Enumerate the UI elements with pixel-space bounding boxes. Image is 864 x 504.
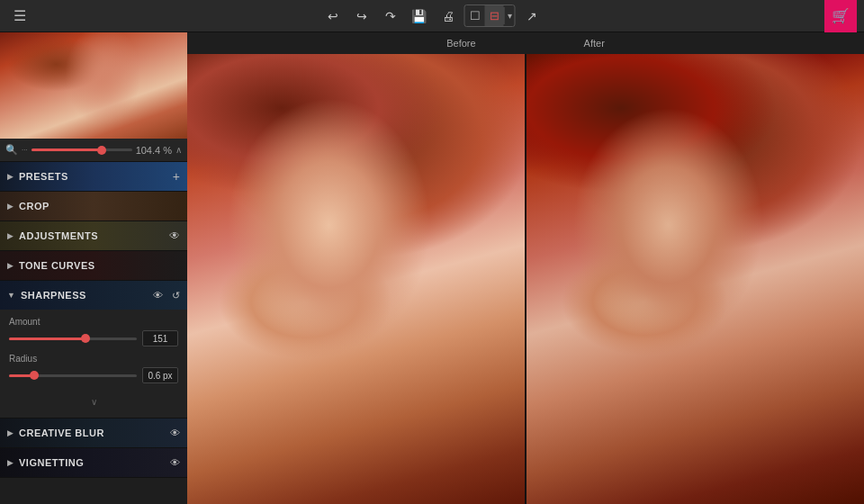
section-sharpness: ▼ SHARPNESS 👁 ↺ Amount 151 xyxy=(0,281,187,418)
creative-blur-label: CREATIVE BLUR xyxy=(19,428,104,438)
print-button[interactable]: 🖨 xyxy=(436,4,461,29)
export-button[interactable]: ↗ xyxy=(519,4,544,29)
vignetting-label: VIGNETTING xyxy=(19,457,84,468)
radius-slider-wrap: 0.6 px xyxy=(9,367,178,383)
vignetting-arrow: ▶ xyxy=(7,458,14,467)
creative-blur-arrow: ▶ xyxy=(7,428,14,437)
radius-value-box[interactable]: 0.6 px xyxy=(142,367,178,383)
tone-curves-label: TONE CURVES xyxy=(19,260,95,271)
before-image-panel xyxy=(187,54,526,504)
radius-slider[interactable] xyxy=(9,374,137,377)
vignetting-eye-icon: 👁 xyxy=(170,457,180,468)
zoom-search-icon: 🔍 xyxy=(5,144,18,156)
toolbar-right: 🛒 xyxy=(824,0,857,32)
amount-slider-row: Amount 151 xyxy=(9,317,178,346)
amount-slider-fill xyxy=(9,338,86,340)
radius-label: Radius xyxy=(9,354,178,364)
after-photo xyxy=(526,54,864,504)
zoom-slider-thumb xyxy=(97,146,106,155)
sharpness-header-content: ▼ SHARPNESS 👁 ↺ xyxy=(7,290,180,302)
zoom-slider[interactable] xyxy=(32,148,132,151)
cart-button[interactable]: 🛒 xyxy=(824,0,857,32)
split-view-button[interactable]: ⊟ xyxy=(485,5,504,26)
sharpness-label: SHARPNESS xyxy=(21,290,86,301)
vignetting-header-content: ▶ VIGNETTING 👁 xyxy=(7,457,180,468)
preview-face-bg xyxy=(0,32,187,139)
forward-button[interactable]: ↷ xyxy=(378,4,403,29)
sharpness-expand-chevron[interactable]: ∨ xyxy=(9,391,178,410)
crop-label: CROP xyxy=(19,201,50,212)
section-crop-header[interactable]: ▶ CROP xyxy=(0,192,187,220)
save-button[interactable]: 💾 xyxy=(407,4,432,29)
zoom-chevron-icon[interactable]: ∧ xyxy=(176,145,182,155)
print-icon: 🖨 xyxy=(442,9,454,23)
tone-curves-header-content: ▶ TONE CURVES xyxy=(7,260,180,271)
zoom-slider-fill xyxy=(32,148,102,151)
adjustments-header-content: ▶ ADJUSTMENTS 👁 xyxy=(7,230,180,242)
toolbar-center: ↩ ↪ ↷ 💾 🖨 ☐ ⊟ ▾ ↗ xyxy=(320,4,544,29)
before-label: Before xyxy=(446,38,475,49)
chevron-down-icon: ∨ xyxy=(91,397,97,407)
view-split-group: ☐ ⊟ ▾ xyxy=(464,4,516,27)
creative-blur-eye-icon: 👁 xyxy=(170,428,180,438)
section-vignetting-header[interactable]: ▶ VIGNETTING 👁 xyxy=(0,448,187,477)
section-tone-curves-header[interactable]: ▶ TONE CURVES xyxy=(0,251,187,280)
amount-slider-wrap: 151 xyxy=(9,330,178,346)
canvas-area: Before After xyxy=(187,32,864,504)
section-sharpness-header[interactable]: ▼ SHARPNESS 👁 ↺ xyxy=(0,281,187,310)
images-container xyxy=(187,54,864,504)
forward-icon: ↷ xyxy=(385,9,396,23)
main-content: 🔍 ··· 104.4 % ∧ ▶ PRESETS + xyxy=(0,32,864,504)
section-adjustments-header[interactable]: ▶ ADJUSTMENTS 👁 xyxy=(0,221,187,250)
section-crop: ▶ CROP xyxy=(0,192,187,221)
zoom-value-label: 104.4 % xyxy=(136,145,172,156)
hamburger-icon: ☰ xyxy=(14,7,26,24)
presets-arrow: ▶ xyxy=(7,172,14,181)
section-adjustments: ▶ ADJUSTMENTS 👁 xyxy=(0,221,187,251)
presets-label: PRESETS xyxy=(19,171,68,182)
top-toolbar: ☰ ↩ ↪ ↷ 💾 🖨 ☐ ⊟ ▾ ↗ 🛒 xyxy=(0,0,864,32)
presets-plus-icon: + xyxy=(173,169,180,184)
left-panel: 🔍 ··· 104.4 % ∧ ▶ PRESETS + xyxy=(0,32,187,504)
amount-slider-thumb xyxy=(81,334,90,343)
sharpness-reset-icon[interactable]: ↺ xyxy=(172,290,180,302)
radius-slider-thumb xyxy=(30,371,39,380)
after-label: After xyxy=(584,38,605,49)
creative-blur-header-content: ▶ CREATIVE BLUR 👁 xyxy=(7,428,180,438)
sharpness-eye-icon: 👁 xyxy=(153,290,163,301)
adjustments-eye-icon: 👁 xyxy=(169,230,180,242)
cart-icon: 🛒 xyxy=(832,7,850,24)
section-creative-blur: ▶ CREATIVE BLUR 👁 xyxy=(0,418,187,448)
hamburger-button[interactable]: ☰ xyxy=(7,4,32,29)
sharpness-controls: Amount 151 Radius xyxy=(0,310,187,418)
amount-label: Amount xyxy=(9,317,178,327)
adjustments-label: ADJUSTMENTS xyxy=(19,230,98,241)
section-vignetting: ▶ VIGNETTING 👁 xyxy=(0,448,187,478)
amount-value-box[interactable]: 151 xyxy=(142,330,178,346)
section-tone-curves: ▶ TONE CURVES xyxy=(0,251,187,281)
view-dropdown-button[interactable]: ▾ xyxy=(504,7,515,24)
after-image-panel xyxy=(526,54,864,504)
export-icon: ↗ xyxy=(526,9,537,23)
amount-slider[interactable] xyxy=(9,338,137,340)
undo-icon: ↩ xyxy=(328,9,338,23)
toolbar-left: ☰ xyxy=(7,4,32,29)
section-presets-header[interactable]: ▶ PRESETS + xyxy=(0,162,187,191)
undo-button[interactable]: ↩ xyxy=(320,4,346,29)
redo-button[interactable]: ↪ xyxy=(349,4,374,29)
before-after-bar: Before After xyxy=(187,32,864,54)
radius-slider-row: Radius 0.6 px xyxy=(9,354,178,383)
section-creative-blur-header[interactable]: ▶ CREATIVE BLUR 👁 xyxy=(0,418,187,447)
crop-arrow: ▶ xyxy=(7,202,14,211)
adjustments-arrow: ▶ xyxy=(7,231,14,240)
preview-image xyxy=(0,32,187,139)
tone-curves-arrow: ▶ xyxy=(7,261,14,270)
section-presets: ▶ PRESETS + xyxy=(0,162,187,192)
redo-icon: ↪ xyxy=(356,9,367,23)
zoom-bar: 🔍 ··· 104.4 % ∧ xyxy=(0,139,187,162)
before-photo xyxy=(187,54,525,504)
crop-header-content: ▶ CROP xyxy=(7,201,180,212)
presets-header-content: ▶ PRESETS + xyxy=(7,169,180,184)
single-view-button[interactable]: ☐ xyxy=(465,5,485,26)
zoom-dots-icon: ··· xyxy=(22,146,28,154)
